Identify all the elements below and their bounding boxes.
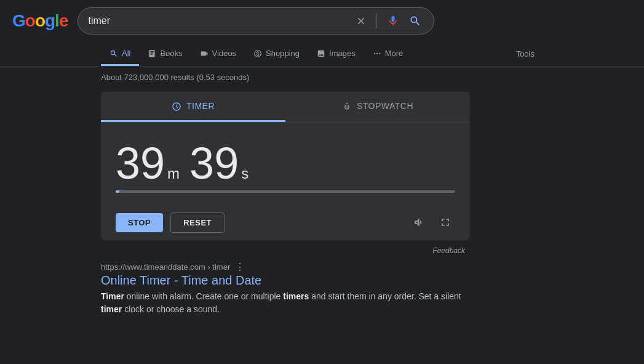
tab-videos-label: Videos xyxy=(212,49,237,58)
search-divider xyxy=(376,14,377,28)
snippet-text-3: clock or choose a sound. xyxy=(124,304,220,314)
snippet-timers: timers xyxy=(283,291,309,301)
snippet-text-2: and start them in any order. Set a silen… xyxy=(311,291,461,301)
tab-books-label: Books xyxy=(160,49,182,58)
result-snippet: Timer online with alarm. Create one or m… xyxy=(101,290,470,316)
timer-tab-icon xyxy=(172,100,181,111)
book-icon xyxy=(148,48,156,58)
progress-bar xyxy=(116,190,455,193)
widget-tabs: TIMER STOPWATCH xyxy=(101,92,470,122)
tab-images[interactable]: Images xyxy=(308,42,364,66)
feedback-link[interactable]: Feedback xyxy=(432,246,465,255)
video-icon xyxy=(200,48,209,58)
result-url-row: https://www.timeanddate.com › timer ⋮ xyxy=(101,262,543,272)
search-submit-button[interactable] xyxy=(407,12,424,30)
tab-more-label: More xyxy=(385,49,403,58)
timer-time: 39 m 39 s xyxy=(116,141,455,185)
timer-display: 39 m 39 s xyxy=(101,123,470,205)
timer-widget: TIMER STOPWATCH 39 m 39 s STOP RESET xyxy=(101,92,470,240)
tab-videos[interactable]: Videos xyxy=(191,42,245,66)
timer-seconds: 39 xyxy=(189,141,239,185)
tab-all-label: All xyxy=(122,49,130,58)
search-icon xyxy=(109,48,118,58)
feedback-row: Feedback xyxy=(101,244,470,257)
result-options-button[interactable]: ⋮ xyxy=(235,262,245,272)
shopping-icon xyxy=(253,48,262,58)
more-dots-icon xyxy=(373,48,381,58)
tools-label: Tools xyxy=(516,49,535,59)
fullscreen-button[interactable] xyxy=(435,212,455,232)
timer-seconds-unit: s xyxy=(241,165,248,182)
svg-point-2 xyxy=(379,53,380,54)
stopwatch-tab-icon xyxy=(342,100,352,111)
tab-shopping[interactable]: Shopping xyxy=(245,42,308,66)
snippet-timer-2: timer xyxy=(101,304,122,314)
search-bar xyxy=(78,7,434,34)
results-count: About 723,000,000 results (0.53 seconds) xyxy=(101,73,249,82)
tab-all[interactable]: All xyxy=(101,42,139,66)
tab-more[interactable]: More xyxy=(364,42,412,66)
tab-shopping-label: Shopping xyxy=(266,49,300,58)
progress-bar-fill xyxy=(116,190,119,193)
widget-tab-timer-label: TIMER xyxy=(186,101,215,111)
clear-button[interactable] xyxy=(353,13,369,29)
snippet-text-1: online with alarm. Create one or multipl… xyxy=(127,291,283,301)
snippet-timer-1: Timer xyxy=(101,291,124,301)
tab-images-label: Images xyxy=(329,49,356,58)
results-info: About 723,000,000 results (0.53 seconds) xyxy=(0,67,644,88)
timer-minutes-unit: m xyxy=(167,165,180,182)
result-url: https://www.timeanddate.com › timer xyxy=(101,262,230,272)
search-results: https://www.timeanddate.com › timer ⋮ On… xyxy=(0,257,644,321)
widget-tab-stopwatch[interactable]: STOPWATCH xyxy=(285,92,470,121)
header: Google xyxy=(0,0,644,42)
google-logo: Google xyxy=(12,11,68,31)
image-icon xyxy=(317,48,325,58)
timer-minutes: 39 xyxy=(116,141,165,185)
timer-controls: STOP RESET xyxy=(101,205,470,240)
search-input[interactable] xyxy=(88,15,348,26)
svg-point-1 xyxy=(376,53,378,54)
stop-button[interactable]: STOP xyxy=(116,213,163,232)
tab-books[interactable]: Books xyxy=(139,42,191,66)
volume-button[interactable] xyxy=(408,212,428,232)
widget-tab-timer[interactable]: TIMER xyxy=(101,92,285,121)
reset-button[interactable]: RESET xyxy=(170,212,225,233)
voice-search-button[interactable] xyxy=(384,12,402,30)
widget-tab-stopwatch-label: STOPWATCH xyxy=(357,101,413,111)
result-title[interactable]: Online Timer - Time and Date xyxy=(101,273,543,288)
nav-tabs: All Books Videos Shopping xyxy=(0,42,644,67)
svg-point-0 xyxy=(373,53,375,54)
tools-button[interactable]: Tools xyxy=(507,43,543,65)
